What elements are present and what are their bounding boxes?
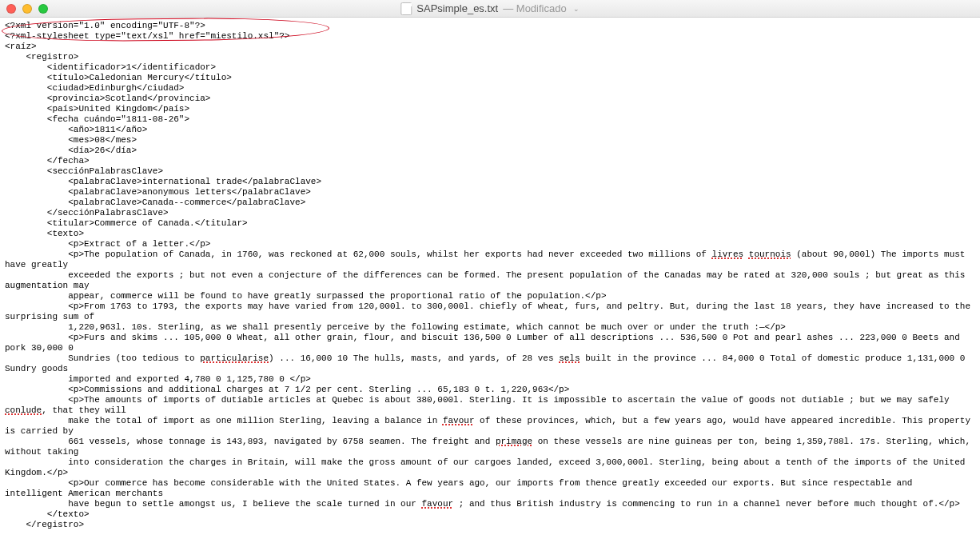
editor-line[interactable]: <titular>Commerce of Canada.</titular>: [5, 218, 975, 229]
editor-line[interactable]: <p>The amounts of imports of dutiable ar…: [5, 395, 975, 416]
spell-error: favour: [443, 416, 475, 425]
editor-line[interactable]: appear, commerce will be found to have g…: [5, 291, 975, 301]
editor-line[interactable]: make the total of import as one million …: [5, 416, 975, 437]
close-button[interactable]: [6, 4, 16, 14]
spell-error: livres: [712, 250, 744, 259]
editor-line[interactable]: <p>Our commerce has become considerable …: [5, 478, 975, 499]
editor-line[interactable]: <provincia>Scotland</provincia>: [5, 94, 975, 104]
editor-line[interactable]: <país>United Kingdom</país>: [5, 104, 975, 114]
editor-line[interactable]: </texto>: [5, 509, 975, 520]
window-status: — Modificado: [503, 2, 566, 14]
spell-error: sels: [559, 353, 580, 363]
window-titlebar: SAPsimple_es.txt — Modificado ⌄: [0, 0, 980, 18]
editor-line[interactable]: Sundries (too tedious to particularise) …: [5, 353, 975, 374]
editor-line[interactable]: <día>26</día>: [5, 146, 975, 156]
editor-line[interactable]: <año>1811</año>: [5, 125, 975, 135]
zoom-button[interactable]: [38, 4, 48, 14]
document-icon: [400, 2, 412, 15]
text-editor-content[interactable]: <?xml version="1.0" encoding="UTF-8"?><?…: [0, 18, 980, 539]
editor-line[interactable]: <título>Caledonian Mercury</título>: [5, 73, 975, 83]
editor-line[interactable]: imported and exported 4,780 0 1,125,780 …: [5, 374, 975, 385]
spell-error: conlude: [5, 405, 42, 415]
editor-line[interactable]: <p>From 1763 to 1793, the exports may ha…: [5, 301, 975, 322]
chevron-down-icon[interactable]: ⌄: [573, 5, 580, 13]
editor-line[interactable]: <palabraClave>international trade</palab…: [5, 177, 975, 187]
editor-line[interactable]: <p>Furs and skims ... 105,000 0 Wheat, a…: [5, 333, 975, 353]
minimize-button[interactable]: [22, 4, 32, 14]
editor-line[interactable]: 1,220,963l. 10s. Sterling, as we shall p…: [5, 322, 975, 333]
traffic-lights: [0, 4, 48, 14]
spell-error: primage: [496, 437, 532, 446]
editor-line[interactable]: <?xml-stylesheet type="text/xsl" href="m…: [5, 31, 975, 42]
editor-line[interactable]: 661 vessels, whose tonnage is 143,893, n…: [5, 437, 975, 457]
editor-line[interactable]: <registro>: [5, 52, 975, 62]
editor-line[interactable]: <p>Commissions and additional charges at…: [5, 385, 975, 395]
spell-error: tournois: [749, 250, 791, 259]
window-title[interactable]: SAPsimple_es.txt — Modificado ⌄: [400, 2, 579, 15]
editor-line[interactable]: </secciónPalabrasClave>: [5, 208, 975, 218]
editor-line[interactable]: <ciudad>Edinburgh</ciudad>: [5, 83, 975, 94]
editor-line[interactable]: <identificador>1</identificador>: [5, 62, 975, 73]
editor-line[interactable]: <palabraClave>anonymous letters</palabra…: [5, 187, 975, 198]
editor-line[interactable]: exceeded the exports ; but not even a co…: [5, 270, 975, 291]
editor-line[interactable]: <texto>: [5, 229, 975, 239]
editor-line[interactable]: <raíz>: [5, 42, 975, 52]
editor-line[interactable]: </registro>: [5, 520, 975, 530]
editor-line[interactable]: <mes>08</mes>: [5, 135, 975, 146]
window-filename: SAPsimple_es.txt: [416, 2, 498, 14]
editor-line[interactable]: <p>The population of Canada, in 1760, wa…: [5, 250, 975, 270]
editor-line[interactable]: <?xml version="1.0" encoding="UTF-8"?>: [5, 21, 975, 31]
spell-error: favour: [422, 499, 454, 509]
editor-line[interactable]: </fecha>: [5, 156, 975, 166]
editor-line[interactable]: into consideration the charges in Britai…: [5, 457, 975, 478]
editor-line[interactable]: have begun to settle amongst us, I belie…: [5, 499, 975, 509]
editor-line[interactable]: <palabraClave>Canada--commerce</palabraC…: [5, 198, 975, 208]
spell-error: particularise: [200, 353, 269, 363]
editor-line[interactable]: <fecha cuándo="1811-08-26">: [5, 114, 975, 125]
editor-line[interactable]: <secciónPalabrasClave>: [5, 166, 975, 177]
editor-line[interactable]: <p>Extract of a letter.</p>: [5, 239, 975, 250]
